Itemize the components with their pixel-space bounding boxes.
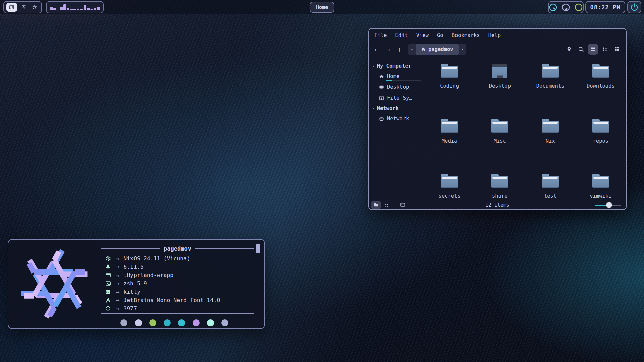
fetch-row: →kitty <box>105 288 254 296</box>
folder-misc[interactable]: Misc <box>475 118 525 173</box>
folder-coding[interactable]: Coding <box>424 63 475 118</box>
desktop-icon <box>379 85 384 90</box>
visualizer-bar <box>57 10 59 10</box>
folder-label: vimwiki <box>590 193 611 199</box>
packages-icon <box>105 306 113 311</box>
thumbnail-grid-icon <box>614 47 620 52</box>
location-button[interactable] <box>564 44 574 55</box>
folder-icon <box>591 63 610 79</box>
path-segment-home[interactable]: pagedmov <box>416 44 459 55</box>
arrow-icon: → <box>116 297 119 303</box>
folder-repos[interactable]: repos <box>576 118 626 173</box>
location-pin-icon <box>566 46 572 52</box>
back-arrow-icon: ← <box>375 46 378 53</box>
menu-file[interactable]: File <box>374 32 387 38</box>
menu-go[interactable]: Go <box>437 32 443 38</box>
top-bar: Home 08:22 PM <box>0 0 644 14</box>
visualizer-bar <box>60 7 63 10</box>
directory-tree-icon <box>384 202 389 207</box>
folder-label: Documents <box>536 83 565 89</box>
slider-knob[interactable] <box>606 202 612 208</box>
workspace-button-2[interactable] <box>19 3 28 12</box>
menu-help[interactable]: Help <box>488 32 501 38</box>
home-icon <box>421 47 426 52</box>
sidebar-section-my-computer[interactable]: ▾ My Computer <box>369 61 424 71</box>
palette-dot <box>207 319 214 326</box>
search-button[interactable] <box>576 44 586 55</box>
wm-icon <box>105 272 113 278</box>
back-button[interactable]: ← <box>371 44 382 55</box>
palette-dot <box>149 319 156 326</box>
arrow-icon: → <box>116 272 119 279</box>
sidebar-item-network[interactable]: Network <box>369 113 424 124</box>
palette-dot <box>221 319 228 326</box>
thumbnail-view-button[interactable] <box>612 44 623 55</box>
path-scroll-left-button[interactable]: ◂ <box>408 44 416 55</box>
folder-label: Media <box>442 138 458 144</box>
visualizer-bar <box>50 7 53 10</box>
workspace-button-3[interactable] <box>31 3 39 12</box>
fetch-value: kitty <box>123 289 140 295</box>
fetch-row: →JetBrains Mono Nerd Font 14.0 <box>105 296 254 304</box>
disk-usage-ring-icon <box>549 3 557 12</box>
places-sidebar: ▾ My Computer Home Desktop <box>369 57 424 200</box>
visualizer-bar <box>84 5 86 10</box>
menu-bookmarks[interactable]: Bookmarks <box>452 32 480 38</box>
active-window-title[interactable]: Home <box>310 2 334 13</box>
menu-view[interactable]: View <box>416 32 429 38</box>
folder-label: Desktop <box>489 83 511 89</box>
terminal-icon <box>105 289 113 295</box>
fetch-value: .Hyprland-wrapp <box>123 272 173 278</box>
folder-label: Nix <box>546 138 555 144</box>
forward-arrow-icon: → <box>386 46 390 53</box>
folder-label: repos <box>593 138 609 144</box>
power-button[interactable] <box>627 1 641 13</box>
folder-documents[interactable]: Documents <box>525 63 576 118</box>
folder-nix[interactable]: Nix <box>525 118 576 173</box>
visualizer-bar <box>97 7 100 10</box>
up-button[interactable]: ↑ <box>394 44 405 55</box>
fetch-hostname: pagedmov <box>164 245 191 252</box>
globe-icon <box>379 116 384 121</box>
menu-edit[interactable]: Edit <box>395 32 408 38</box>
fetch-row: →zsh 5.9 <box>105 279 254 288</box>
folder-icon <box>440 173 459 189</box>
font-icon <box>105 297 113 303</box>
toggle-side-pane-button[interactable] <box>397 201 408 209</box>
file-manager-window: FileEditViewGoBookmarksHelp ← → ↑ ◂ page… <box>368 28 627 210</box>
box-line <box>101 313 254 314</box>
icon-size-slider[interactable] <box>595 202 621 208</box>
workspace-button-1[interactable] <box>6 3 17 12</box>
sidebar-section-network[interactable]: ▾ Network <box>369 103 424 113</box>
sidebar-item-file-system[interactable]: File Sy… <box>369 93 424 103</box>
show-places-button[interactable] <box>371 201 381 209</box>
cpu-usage-ring-icon <box>574 3 583 12</box>
show-tree-button[interactable] <box>381 201 391 209</box>
compact-view-button[interactable] <box>600 44 610 55</box>
collapse-triangle-icon: ▾ <box>372 64 375 68</box>
folder-grid: CodingDesktopDocumentsDownloadsMediaMisc… <box>424 57 626 200</box>
forward-button[interactable]: → <box>382 44 394 55</box>
box-line <box>195 248 254 249</box>
folder-label: Misc <box>494 138 506 144</box>
icon-view-grid-icon <box>590 47 596 52</box>
arrow-icon: → <box>116 263 119 270</box>
visualizer-bar <box>90 9 93 10</box>
nixos-icon <box>105 256 113 261</box>
folder-downloads[interactable]: Downloads <box>576 63 626 118</box>
box-corner <box>254 248 254 254</box>
fastfetch-box: pagedmov →NixOS 24.11 (Vicuna)→6.11.5→.H… <box>101 244 254 315</box>
folder-icon <box>591 173 610 189</box>
fetch-row: →3977 <box>105 304 254 313</box>
folder-icon <box>591 118 610 134</box>
icon-view-button[interactable] <box>588 44 598 55</box>
sidebar-item-home[interactable]: Home <box>369 71 424 82</box>
fetch-value: 6.11.5 <box>123 264 144 270</box>
toolbar-view-controls <box>564 44 623 55</box>
sidebar-item-desktop[interactable]: Desktop <box>369 82 424 93</box>
path-scroll-right-button[interactable]: ▸ <box>459 44 466 55</box>
visualizer-bar <box>73 9 76 10</box>
folder-desktop[interactable]: Desktop <box>475 63 525 118</box>
folder-media[interactable]: Media <box>424 118 475 173</box>
disk-usage-bar <box>386 102 421 102</box>
